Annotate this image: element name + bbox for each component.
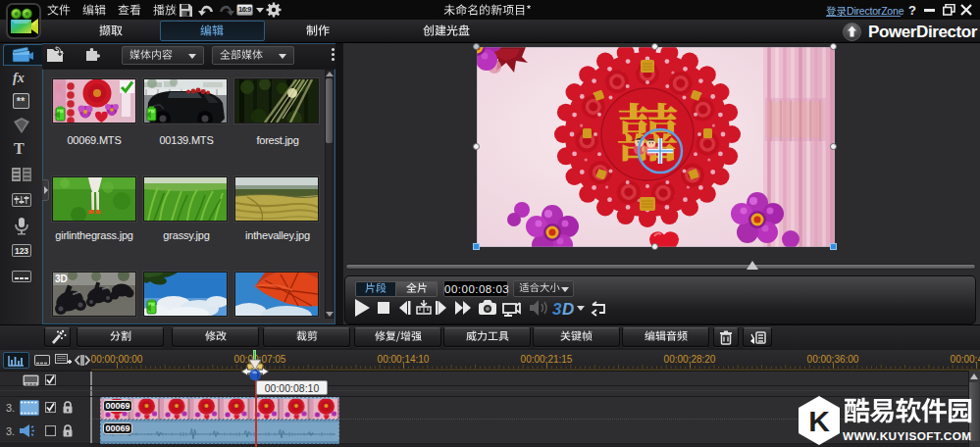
- svg-text:123: 123: [15, 246, 28, 256]
- svg-text:**: **: [17, 95, 26, 107]
- svg-text:K: K: [808, 405, 830, 437]
- svg-text:00:00:43:05: 00:00:43:05: [951, 354, 980, 365]
- svg-text:3: 3: [552, 300, 562, 319]
- svg-text:D: D: [562, 300, 574, 319]
